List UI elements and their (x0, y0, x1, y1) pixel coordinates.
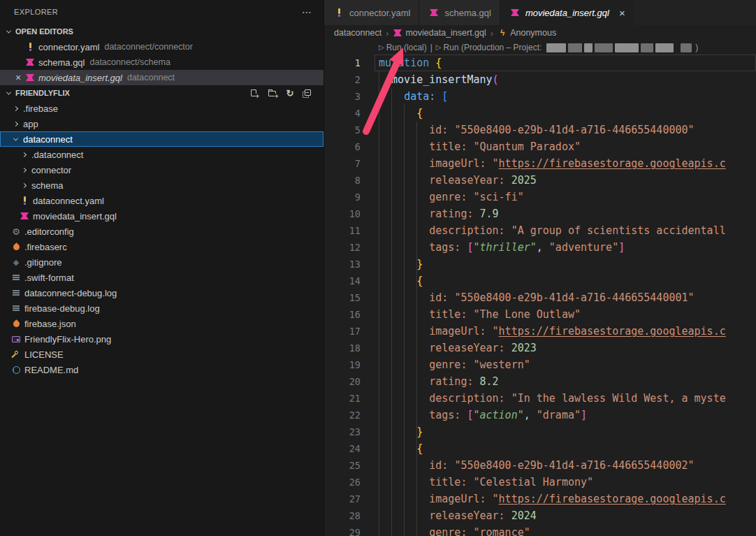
chevron-down-icon (10, 138, 21, 141)
tree-item-app[interactable]: app (0, 116, 324, 131)
graphql-icon (393, 27, 402, 38)
code-line[interactable]: 25 id: "550e8400-e29b-41d4-a716-44665544… (324, 457, 756, 474)
code-line[interactable]: 18 releaseYear: 2023 (324, 340, 756, 356)
code-line[interactable]: 10 rating: 7.9 (324, 205, 756, 222)
line-number: 20 (324, 373, 361, 390)
code-editor[interactable]: ▷ Run (local) | ▷ Run (Production – Proj… (324, 41, 756, 536)
new-folder-button[interactable] (266, 87, 277, 99)
tree-item-.swift-format[interactable]: .swift-format (0, 270, 324, 285)
new-file-button[interactable] (248, 87, 259, 99)
code-line[interactable]: 29 genre: "romance" (324, 524, 756, 536)
tree-item-connector[interactable]: connector (0, 162, 324, 178)
run-production-link[interactable]: ▷ Run (Production – Project: (436, 41, 541, 56)
code-line[interactable]: 23 } (324, 423, 756, 440)
line-number: 11 (324, 222, 361, 239)
code-line[interactable]: 26 title: "Celestial Harmony" (324, 474, 756, 491)
code-line[interactable]: 17 imageUrl: "https://firebasestorage.go… (324, 323, 756, 340)
code-line[interactable]: 24 { (324, 440, 756, 457)
code-line[interactable]: 15 id: "550e8400-e29b-41d4-a716-44665544… (324, 289, 756, 306)
tree-item-.firebase[interactable]: .firebase (0, 101, 324, 116)
tab-connector.yaml[interactable]: connector.yaml (324, 0, 419, 25)
code-line[interactable]: 20 rating: 8.2 (324, 373, 756, 390)
chevron-right-icon (18, 168, 29, 172)
code-line[interactable]: 11 description: "A group of scientists a… (324, 222, 756, 239)
lines-icon (10, 303, 22, 314)
tree-item-dataconnect.yaml[interactable]: dataconnect.yaml (0, 193, 324, 208)
project-section-header[interactable]: FRIENDLYFLIX ↻ − (0, 85, 324, 101)
close-icon[interactable]: × (13, 72, 24, 83)
breadcrumb-item-Anonymous[interactable]: ϟAnonymous (497, 27, 556, 38)
breadcrumb-item-dataconnect[interactable]: dataconnect (334, 28, 381, 38)
code-line[interactable]: 7 imageUrl: "https://firebasestorage.goo… (324, 155, 756, 172)
chevron-right-icon (10, 107, 21, 110)
code-line[interactable]: 21 description: "In the lawless Wild Wes… (324, 390, 756, 407)
tree-item-LICENSE[interactable]: LICENSE (0, 347, 324, 362)
code-line[interactable]: 16 title: "The Lone Outlaw" (324, 306, 756, 323)
collapse-all-button[interactable]: − (303, 87, 314, 99)
refresh-button[interactable]: ↻ (284, 87, 296, 99)
tree-item-FriendlyFlix-Hero.png[interactable]: FriendlyFlix-Hero.png (0, 331, 324, 347)
tree-item-.dataconnect[interactable]: .dataconnect (0, 147, 324, 162)
code-line[interactable]: 13 } (324, 256, 756, 273)
close-icon[interactable]: × (619, 8, 625, 18)
tree-item-.editorconfig[interactable]: ⚙.editorconfig (0, 224, 324, 239)
item-label: schema (31, 180, 64, 191)
open-editor-schema.gql[interactable]: schema.gqldataconnect/schema (0, 55, 324, 70)
tree-item-README.md[interactable]: iREADME.md (0, 362, 324, 377)
line-number: 14 (324, 273, 361, 289)
open-editor-connector.yaml[interactable]: connector.yamldataconnect/connector (0, 39, 324, 55)
tree-item-.firebaserc[interactable]: .firebaserc (0, 239, 324, 254)
tab-schema.gql[interactable]: schema.gql (419, 0, 500, 25)
code-line[interactable]: 8 releaseYear: 2025 (324, 172, 756, 189)
tree-item-dataconnect[interactable]: dataconnect (0, 131, 324, 147)
tree-item-moviedata_insert.gql[interactable]: moviedata_insert.gql (0, 208, 324, 224)
code-line[interactable]: 2 movie_insertMany( (324, 71, 756, 88)
line-number: 23 (324, 423, 361, 440)
code-line[interactable]: 9 genre: "sci-fi" (324, 189, 756, 205)
code-line[interactable]: 1mutation { (324, 55, 756, 71)
codelens-separator: | (430, 41, 432, 56)
code-line[interactable]: 12 tags: ["thriller", "adventure"] (324, 239, 756, 256)
code-lines[interactable]: 1mutation {2 movie_insertMany(3 data: [4… (324, 55, 756, 536)
breadcrumb-label: dataconnect (334, 28, 381, 38)
code-line[interactable]: 28 releaseYear: 2024 (324, 507, 756, 524)
run-local-link[interactable]: ▷ Run (local) (379, 41, 427, 56)
code-line[interactable]: 22 tags: ["action", "drama"] (324, 407, 756, 423)
open-editors-header[interactable]: OPEN EDITORS (0, 24, 324, 39)
item-label: .firebaserc (24, 242, 67, 252)
line-number: 19 (324, 356, 361, 373)
project-title: FRIENDLYFLIX (15, 89, 70, 97)
tree-item-dataconnect-debug.log[interactable]: dataconnect-debug.log (0, 285, 324, 300)
tree-item-firebase.json[interactable]: firebase.json (0, 316, 324, 331)
explorer-header: EXPLORER ⋯ (0, 0, 324, 24)
item-label: connector (31, 165, 71, 175)
line-number: 27 (324, 491, 361, 507)
code-line[interactable]: 3 data: [ (324, 88, 756, 105)
code-text: data: [ (361, 88, 448, 105)
breadcrumb-label: moviedata_insert.gql (405, 28, 486, 38)
tab-moviedata_insert.gql[interactable]: moviedata_insert.gql× (500, 0, 634, 25)
open-editors-list: connector.yamldataconnect/connectorschem… (0, 39, 324, 85)
tree-item-firebase-debug.log[interactable]: firebase-debug.log (0, 300, 324, 316)
more-actions-icon[interactable]: ⋯ (302, 6, 312, 17)
code-line[interactable]: 14 { (324, 273, 756, 289)
code-text: imageUrl: "https://firebasestorage.googl… (361, 323, 726, 340)
tree-item-.gitignore[interactable]: ◆.gitignore (0, 254, 324, 270)
open-editor-moviedata_insert.gql[interactable]: ×moviedata_insert.gqldataconnect (0, 70, 324, 85)
code-line[interactable]: 6 title: "Quantum Paradox" (324, 138, 756, 155)
breadcrumb-item-moviedata_insert.gql[interactable]: moviedata_insert.gql (393, 27, 486, 38)
code-text: id: "550e8400-e29b-41d4-a716-44665544000… (361, 289, 695, 306)
line-number: 4 (324, 105, 361, 122)
yaml-icon (18, 195, 31, 206)
code-line[interactable]: 19 genre: "western" (324, 356, 756, 373)
item-label: app (23, 119, 38, 129)
line-number: 5 (324, 122, 361, 138)
codelens-row: ▷ Run (local) | ▷ Run (Production – Proj… (379, 41, 698, 55)
code-line[interactable]: 4 { (324, 105, 756, 122)
code-text: id: "550e8400-e29b-41d4-a716-44665544000… (361, 122, 695, 138)
graphql-icon (18, 210, 31, 222)
code-line[interactable]: 5 id: "550e8400-e29b-41d4-a716-446655440… (324, 122, 756, 138)
tree-item-schema[interactable]: schema (0, 178, 324, 193)
run-production-label: Run (Production – Project: (444, 41, 542, 56)
code-line[interactable]: 27 imageUrl: "https://firebasestorage.go… (324, 491, 756, 507)
